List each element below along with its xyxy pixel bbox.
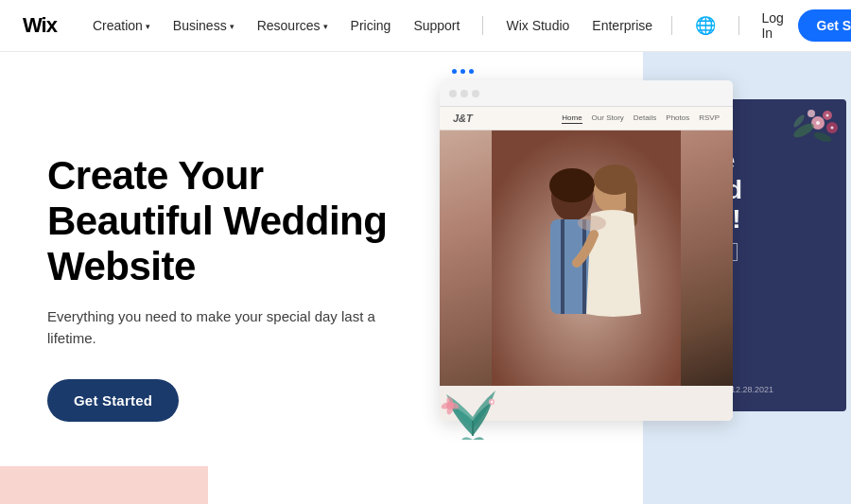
nav-links: Creation ▾ Business ▾ Resources ▾ Pricin… (83, 12, 662, 39)
browser-dot-3 (472, 90, 479, 97)
nav-divider (482, 16, 483, 35)
jt-nav-rsvp: RSVP (699, 113, 720, 124)
hero-cta-button[interactable]: Get Started (47, 379, 179, 422)
teal-flower-svg (435, 368, 511, 443)
browser-nav-bar (440, 80, 733, 107)
nav-right: 🌐 Log In Get Started (662, 9, 851, 42)
nav-item-enterprise[interactable]: Enterprise (582, 12, 662, 39)
hero-title: Create Your Beautiful Wedding Website (47, 153, 388, 290)
nav-item-creation[interactable]: Creation ▾ (83, 12, 160, 39)
nav-item-pricing[interactable]: Pricing (341, 12, 401, 39)
hero-subtitle: Everything you need to make your special… (47, 306, 388, 349)
dot-1 (452, 69, 457, 74)
couple-silhouette (492, 130, 681, 386)
flower-decoration-bottom (435, 368, 511, 447)
jt-nav-our-story: Our Story (592, 113, 624, 124)
jt-nav-photos: Photos (666, 113, 689, 124)
nav-item-resources[interactable]: Resources ▾ (248, 12, 338, 39)
browser-dot-1 (449, 90, 457, 97)
main-content: Create Your Beautiful Wedding Website Ev… (0, 52, 851, 504)
dot-2 (460, 69, 465, 74)
globe-icon[interactable]: 🌐 (695, 15, 716, 36)
dot-3 (469, 69, 474, 74)
nav-get-started-button[interactable]: Get Started (798, 9, 851, 42)
hero-section: Create Your Beautiful Wedding Website Ev… (0, 52, 435, 504)
svg-point-2 (549, 168, 595, 202)
svg-point-13 (808, 110, 815, 117)
nav-item-support[interactable]: Support (404, 12, 469, 39)
jt-logo: J&T (453, 113, 473, 124)
browser-dot-2 (460, 90, 468, 97)
nav-item-wix-studio[interactable]: Wix Studio (496, 12, 579, 39)
navy-flowers-decoration (766, 104, 842, 161)
browser-dots (449, 90, 479, 97)
chevron-down-icon: ▾ (146, 22, 150, 31)
login-link[interactable]: Log In (761, 10, 784, 41)
three-dots-decoration (452, 69, 474, 74)
jt-header: J&T Home Our Story Details Photos RSVP (440, 107, 733, 130)
svg-point-23 (491, 401, 493, 403)
jt-nav-details: Details (634, 113, 656, 124)
nav-divider-globe (738, 16, 739, 35)
svg-point-9 (578, 216, 606, 231)
jt-nav-home: Home (562, 113, 582, 124)
svg-point-17 (816, 121, 820, 125)
right-section: J&T Home Our Story Details Photos RSVP (435, 52, 851, 504)
nav-divider-right (671, 16, 672, 35)
navbar: Wix Creation ▾ Business ▾ Resources ▾ Pr… (0, 0, 851, 52)
jt-nav: Home Our Story Details Photos RSVP (562, 113, 720, 124)
svg-point-18 (826, 114, 829, 117)
couple-photo (440, 130, 733, 386)
chevron-down-icon: ▾ (323, 22, 328, 31)
nav-item-business[interactable]: Business ▾ (164, 12, 244, 39)
chevron-down-icon: ▾ (230, 22, 234, 31)
svg-point-19 (831, 127, 834, 130)
wix-logo[interactable]: Wix (23, 13, 57, 38)
